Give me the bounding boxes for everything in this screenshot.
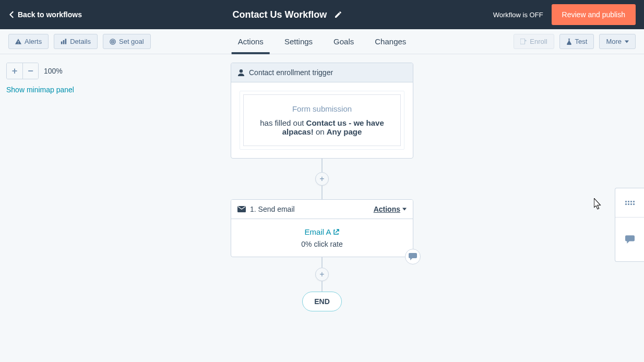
right-side-panel xyxy=(615,188,644,262)
tabs: Actions Settings Goals Changes xyxy=(238,29,407,54)
svg-rect-9 xyxy=(625,201,627,202)
caret-down-icon xyxy=(625,40,629,43)
sub-toolbar: Alerts Details Set goal Actions Settings… xyxy=(0,29,644,54)
test-label: Test xyxy=(575,38,588,45)
email-metric: 0% click rate xyxy=(240,240,404,248)
goal-label: Set goal xyxy=(119,38,144,45)
workflow-canvas: Contact enrollment trigger Form submissi… xyxy=(0,63,644,362)
add-step-button-1[interactable]: + xyxy=(315,172,329,186)
tab-goals[interactable]: Goals xyxy=(333,29,354,54)
trigger-page: Any page xyxy=(327,127,362,136)
svg-point-5 xyxy=(113,41,113,42)
caret-down-icon xyxy=(402,208,407,211)
end-node: END xyxy=(302,292,342,311)
svg-rect-16 xyxy=(633,203,635,205)
enroll-label: Enroll xyxy=(530,38,547,45)
top-header: Back to workflows Contact Us Workflow Wo… xyxy=(0,0,644,29)
bar-chart-icon xyxy=(61,39,67,44)
svg-rect-11 xyxy=(630,201,632,202)
details-button[interactable]: Details xyxy=(54,34,98,49)
topbar-right: Workflow is OFF Review and publish xyxy=(493,4,636,25)
back-to-workflows-link[interactable]: Back to workflows xyxy=(8,10,82,19)
svg-point-7 xyxy=(240,69,243,73)
trigger-head-label: Contact enrollment trigger xyxy=(249,68,333,77)
email-step-card[interactable]: 1. Send email Actions Email A 0% click r… xyxy=(231,199,413,257)
enroll-icon xyxy=(520,39,527,44)
trigger-condition: Form submission has filled out Contact u… xyxy=(243,94,401,146)
svg-rect-12 xyxy=(633,201,635,202)
workflow-title: Contact Us Workflow xyxy=(233,9,327,20)
tab-actions[interactable]: Actions xyxy=(238,29,264,54)
tab-settings[interactable]: Settings xyxy=(284,29,313,54)
step-actions-label: Actions xyxy=(374,205,400,213)
svg-rect-0 xyxy=(61,42,63,44)
target-icon xyxy=(110,39,116,45)
review-publish-button[interactable]: Review and publish xyxy=(552,4,636,25)
grid-icon xyxy=(625,200,635,206)
back-label: Back to workflows xyxy=(18,10,82,19)
step-actions-dropdown[interactable]: Actions xyxy=(374,205,407,213)
warning-icon xyxy=(15,39,21,44)
tab-changes[interactable]: Changes xyxy=(375,29,406,54)
trigger-text-mid: on xyxy=(314,127,327,136)
details-label: Details xyxy=(70,38,91,45)
envelope-icon xyxy=(237,206,246,212)
email-step-head: 1. Send email xyxy=(250,205,295,213)
enroll-button: Enroll xyxy=(514,34,554,49)
minimap-toggle-button[interactable] xyxy=(615,188,644,217)
comment-button[interactable] xyxy=(405,249,421,264)
chevron-left-icon xyxy=(8,11,15,18)
comments-panel-button[interactable] xyxy=(615,217,644,261)
trigger-type-label: Form submission xyxy=(251,104,393,113)
contact-icon xyxy=(237,69,245,76)
trigger-card[interactable]: Contact enrollment trigger Form submissi… xyxy=(231,63,413,159)
trigger-text-pre: has filled out xyxy=(260,118,306,127)
comment-icon xyxy=(409,253,417,260)
comment-icon xyxy=(625,235,635,244)
svg-rect-1 xyxy=(63,40,65,44)
test-button[interactable]: Test xyxy=(559,34,594,49)
more-label: More xyxy=(606,38,622,45)
workflow-status: Workflow is OFF xyxy=(493,11,543,19)
alerts-button[interactable]: Alerts xyxy=(8,34,49,49)
svg-rect-2 xyxy=(65,39,67,44)
svg-rect-6 xyxy=(520,39,525,44)
add-step-button-2[interactable]: + xyxy=(315,268,329,281)
external-link-icon xyxy=(333,229,339,235)
flask-icon xyxy=(566,39,572,45)
workflow-title-area: Contact Us Workflow xyxy=(233,9,343,20)
svg-rect-13 xyxy=(625,203,627,205)
pencil-icon[interactable] xyxy=(334,10,342,19)
svg-rect-10 xyxy=(628,201,629,202)
set-goal-button[interactable]: Set goal xyxy=(103,34,151,49)
svg-rect-15 xyxy=(630,203,632,205)
more-button[interactable]: More xyxy=(599,34,636,49)
email-link[interactable]: Email A xyxy=(305,227,340,236)
svg-rect-14 xyxy=(628,203,629,205)
alerts-label: Alerts xyxy=(25,38,42,45)
email-name: Email A xyxy=(305,227,331,236)
